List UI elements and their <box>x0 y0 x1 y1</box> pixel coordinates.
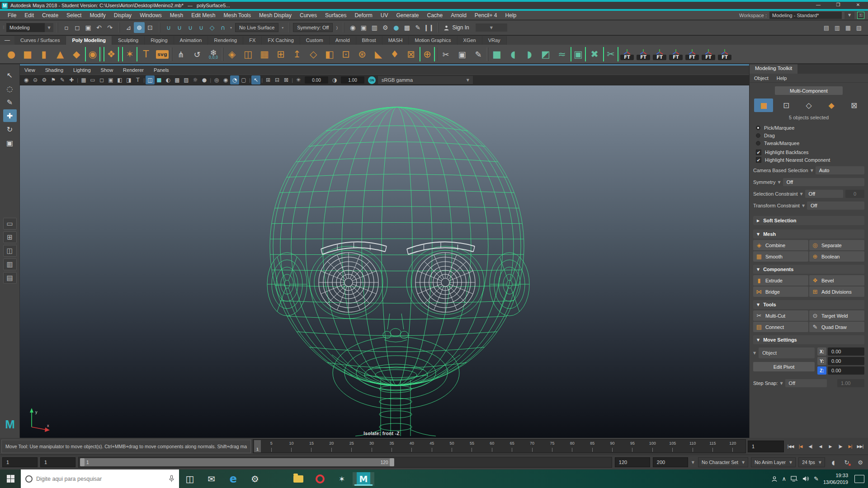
add-divisions-button[interactable]: ⊞Add Divisions <box>809 286 864 297</box>
sep[interactable]: ❘ <box>260 75 264 84</box>
toggle-channel-box-icon[interactable]: ▧ <box>854 23 863 32</box>
extrude-icon[interactable]: ↥ <box>289 47 305 62</box>
shelf-tab[interactable]: Custom <box>300 36 330 45</box>
edit-pivot-button[interactable]: Edit Pivot <box>753 362 815 371</box>
spread-tool-icon[interactable]: ✖ <box>587 47 602 62</box>
selection-style-radio[interactable]: Pick/Marquee <box>756 124 864 131</box>
ipr-render-icon[interactable]: ▥ <box>369 22 380 33</box>
tools-section-header[interactable]: ▼ Tools <box>753 300 864 309</box>
sep[interactable] <box>171 47 172 61</box>
sep[interactable]: ❘ <box>209 75 212 84</box>
symmetry-arrow-icon[interactable]: ❭ <box>334 22 340 33</box>
play-forwards-button[interactable]: ▶ <box>826 441 835 451</box>
shelf-tab[interactable]: FX Caching <box>262 36 300 45</box>
step-snap-value[interactable]: Off <box>785 379 827 387</box>
minimize-button[interactable]: — <box>808 0 828 9</box>
panel-menu-item[interactable]: Renderer <box>123 67 144 73</box>
camera-based-selection-value[interactable]: Auto <box>816 166 864 174</box>
ft-shelf-icon-6[interactable]: FT <box>701 47 716 62</box>
connect-button[interactable]: ▤Connect <box>753 322 808 332</box>
bevel-button[interactable]: ❖Bevel <box>809 275 864 286</box>
workspace-lock-icon[interactable]: ⚿ <box>857 12 864 19</box>
gamma-field[interactable]: 1.00 <box>341 76 364 84</box>
auto-keyframe-icon[interactable]: ↻ <box>841 457 852 467</box>
grid-icon[interactable]: ▦ <box>79 75 88 84</box>
workspace-dropdown[interactable]: Modeling - Standard* <box>769 12 842 19</box>
range-options-arrow-icon[interactable]: ▼ <box>692 460 694 465</box>
maya-taskbar-icon[interactable]: M <box>353 472 374 486</box>
render-settings-icon[interactable]: ⚙ <box>380 22 391 33</box>
animation-start-field[interactable]: 1 <box>2 457 38 467</box>
highlight-selection-icon[interactable]: ↖ <box>251 75 260 84</box>
rotate-tool[interactable]: ↻ <box>3 123 17 136</box>
menu-set-selector[interactable]: Modeling ▼ <box>6 23 53 32</box>
wireframe-display-icon[interactable]: ◫ <box>146 75 155 84</box>
toggle-attribute-editor-icon[interactable]: ▥ <box>833 23 842 32</box>
toolkit-checkbox[interactable]: ✔ Highlight Nearest Component <box>756 156 864 164</box>
xray-active-icon[interactable]: ⊠ <box>282 75 291 84</box>
playback-start-field[interactable]: 1 <box>40 457 75 467</box>
poly-super-shape-icon[interactable]: ✶ <box>122 47 137 61</box>
mesh-section-header[interactable]: ▼ Mesh <box>753 230 864 239</box>
redo-icon[interactable]: ↷ <box>104 22 115 33</box>
multi-cut-shelf-icon[interactable]: ✂ <box>438 47 453 62</box>
wireframe-head-model[interactable]: y x <box>20 85 749 438</box>
shelf-tab[interactable]: FX <box>243 36 262 45</box>
store-icon[interactable] <box>266 475 288 483</box>
animation-end-field[interactable]: 200 <box>653 457 688 467</box>
separate-button[interactable]: ◎Separate <box>809 240 864 250</box>
shelf-tab[interactable]: MASH <box>382 36 409 45</box>
camera-select-icon[interactable]: ◉ <box>22 75 31 84</box>
menu-item[interactable]: Generate <box>392 12 423 19</box>
menu-item[interactable]: Modify <box>85 12 109 19</box>
camera-lock-icon[interactable]: ⊝ <box>31 75 40 84</box>
select-hierarchy-icon[interactable]: ⊿ <box>123 22 134 33</box>
edge-flow-icon[interactable]: ⊡ <box>338 47 354 62</box>
prev-key-button[interactable]: |◀ <box>796 441 805 451</box>
layout-four-pane[interactable]: ⊞ <box>3 231 17 243</box>
viewport-canvas[interactable]: y x Isolate: front -Z <box>20 85 749 438</box>
mail-icon[interactable]: ✉ <box>201 474 222 484</box>
shelf-tab[interactable]: Arnold <box>330 36 356 45</box>
snap-view-plane-icon[interactable]: ◇ <box>207 22 217 33</box>
vertex-mode-icon[interactable]: ⊡ <box>777 99 796 112</box>
gate-mask-icon[interactable]: ▣ <box>106 75 115 84</box>
pause-icon[interactable]: ❙❙ <box>423 22 434 33</box>
go-to-start-button[interactable]: |◀◀ <box>786 441 795 451</box>
poly-cylinder-icon[interactable]: ▮ <box>36 47 52 62</box>
anti-alias-icon[interactable]: ◉ <box>221 75 230 84</box>
resolution-gate-icon[interactable]: ◻ <box>97 75 106 84</box>
poly-cone-icon[interactable]: ▲ <box>52 47 68 62</box>
snap-options-arrow[interactable]: ▾ <box>228 22 234 33</box>
time-slider[interactable]: 1 5 10 15 20 <box>253 439 746 453</box>
textured-display-icon[interactable]: ▩ <box>401 22 412 33</box>
menu-item[interactable]: Edit Mesh <box>187 12 219 19</box>
face-mode-icon[interactable]: ◆ <box>822 99 841 112</box>
panel-menu-item[interactable]: Show <box>101 67 113 73</box>
shelf-tab[interactable]: Rigging <box>145 36 174 45</box>
ambient-occlusion-icon[interactable]: ◎ <box>212 75 221 84</box>
poly-disc-icon[interactable]: ◉ <box>85 47 100 61</box>
edge-mode-icon[interactable]: ◇ <box>799 99 818 112</box>
color-space-dropdown[interactable]: sRGB gamma ▼ <box>378 76 473 84</box>
smooth-icon[interactable]: ▦ <box>257 47 272 62</box>
animation-preferences-icon[interactable]: ⚙ <box>855 457 866 467</box>
file-explorer-icon[interactable] <box>288 475 309 483</box>
undo-icon[interactable]: ↶ <box>94 22 104 33</box>
toolkit-menu-item[interactable]: Help <box>777 75 787 81</box>
menu-item[interactable]: File <box>4 12 20 19</box>
sep[interactable] <box>487 47 488 61</box>
snap-point-icon[interactable]: ∪ <box>185 22 196 33</box>
axis-orientation-dropdown[interactable]: ▼ Object <box>753 347 815 358</box>
film-gate-icon[interactable]: ▭ <box>88 75 97 84</box>
surface-patch-icon[interactable]: ◖ <box>505 47 521 62</box>
sign-in-button[interactable]: Sign In ▼ <box>442 23 509 33</box>
close-button[interactable]: ✕ <box>848 0 868 9</box>
ft-shelf-icon-2[interactable]: FT <box>636 47 651 62</box>
lasso-tool[interactable]: ◌ <box>3 82 17 95</box>
menu-item[interactable]: Mesh Display <box>255 12 296 19</box>
play-backwards-button[interactable]: ◀ <box>816 441 825 451</box>
layout-persp-graph[interactable]: ▥ <box>3 258 17 270</box>
layout-single-pane[interactable]: ▭ <box>3 218 17 230</box>
smooth-button[interactable]: ▦Smooth <box>753 251 808 262</box>
